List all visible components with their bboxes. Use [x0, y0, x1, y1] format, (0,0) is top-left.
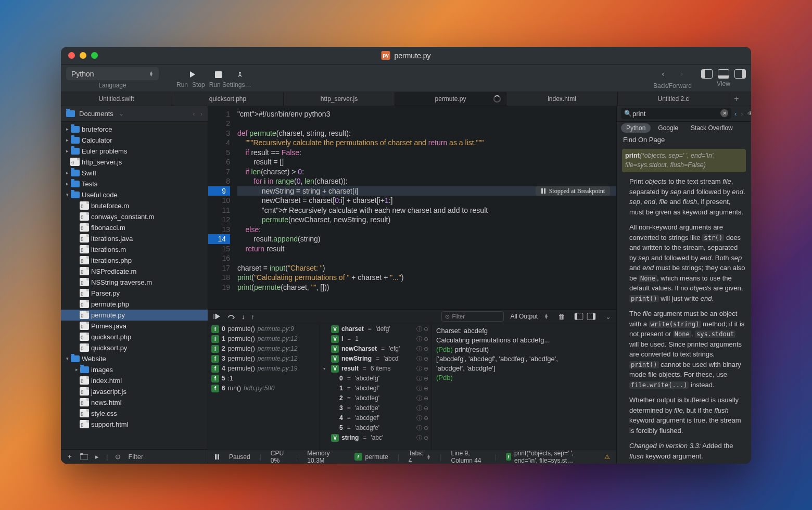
code-area[interactable]: "cmt">#!/usr/bin/env python3def permute(… [234, 106, 616, 309]
variable-row[interactable]: 5='abcdgfe'ⓘ ⊖ [320, 423, 432, 433]
folder-forward[interactable]: › [200, 110, 202, 118]
variable-row[interactable]: ▾Vresult=6 itemsⓘ ⊖ [320, 364, 432, 374]
doc-search-input[interactable] [621, 108, 731, 119]
variable-row[interactable]: VnewCharset='efg'ⓘ ⊖ [320, 344, 432, 354]
run-button[interactable] [185, 68, 200, 81]
variable-row[interactable]: 3='abcdfge'ⓘ ⊖ [320, 403, 432, 413]
clear-search-button[interactable]: ✕ [720, 109, 728, 117]
continue-button[interactable] [213, 313, 221, 320]
variable-row[interactable]: Vi=1ⓘ ⊖ [320, 334, 432, 344]
file-Parser-py[interactable]: Parser.py [61, 288, 208, 299]
doc-scope-python[interactable]: Python [621, 123, 651, 133]
step-out-button[interactable]: ↑ [251, 313, 255, 321]
file-permute-php[interactable]: permute.php [61, 299, 208, 310]
variable-row[interactable]: Vcharset='defg'ⓘ ⊖ [320, 324, 432, 334]
file-conways_constant-m[interactable]: conways_constant.m [61, 211, 208, 222]
file-permute-py[interactable]: permute.py [61, 310, 208, 321]
output-mode-selector[interactable]: All Output [510, 313, 538, 320]
tab-index-html[interactable]: index.html [506, 92, 618, 106]
new-tab-button[interactable]: + [729, 92, 744, 106]
stack-frame[interactable]: f2 permute() permute.py:12 [208, 344, 320, 354]
file-index-html[interactable]: index.html [61, 375, 208, 386]
action-button[interactable]: ▸ [95, 453, 99, 461]
doc-scope-google[interactable]: Google [653, 123, 683, 133]
folder-Swift[interactable]: ▸Swift [61, 168, 208, 178]
new-folder-button[interactable] [80, 453, 88, 460]
file-http_server-js[interactable]: http_server.js [61, 157, 208, 168]
stack-frame[interactable]: f1 permute() permute.py:12 [208, 334, 320, 344]
file-fibonacci-m[interactable]: fibonacci.m [61, 222, 208, 233]
variables-panel[interactable]: Vcharset='defg'ⓘ ⊖Vi=1ⓘ ⊖VnewCharset='ef… [320, 324, 432, 450]
tab-Untitled-2-c[interactable]: Untitled 2.c [618, 92, 729, 106]
tab-http_server-js[interactable]: http_server.js [284, 92, 395, 106]
file-iterations-java[interactable]: iterations.java [61, 233, 208, 244]
folder-Useful-code[interactable]: ▾Useful code [61, 189, 208, 200]
folder-back[interactable]: ‹ [193, 110, 195, 118]
tab-settings[interactable]: Tabs: 4▲▼ [409, 450, 431, 464]
debug-console[interactable]: Charset: abcdefgCalculating permutations… [432, 324, 616, 450]
dbg-panel-left[interactable] [575, 313, 583, 320]
variable-row[interactable]: 1='abcdegf'ⓘ ⊖ [320, 384, 432, 393]
variable-row[interactable]: 2='abcdfeg'ⓘ ⊖ [320, 393, 432, 403]
forward-button[interactable]: › [674, 67, 690, 81]
doc-scope-stack-overflow[interactable]: Stack Overflow [686, 123, 738, 133]
dbg-panel-right[interactable] [587, 313, 596, 320]
folder-Website[interactable]: ▾Website [61, 353, 208, 364]
new-file-button[interactable]: ＋ [66, 452, 73, 461]
pause-icon[interactable] [214, 454, 220, 460]
clear-output-button[interactable]: 🗑 [558, 313, 565, 321]
file-browser-header[interactable]: Documents ⌵ ‹› [61, 106, 208, 122]
collapse-button[interactable]: ⌄ [605, 313, 611, 321]
line-gutter[interactable]: 12345678910111213141516171819 [208, 106, 234, 309]
step-over-button[interactable] [227, 313, 235, 320]
tab-permute-py[interactable]: permute.py [395, 92, 506, 106]
find-on-page[interactable]: Find On Page [617, 134, 751, 147]
file-Primes-java[interactable]: Primes.java [61, 321, 208, 332]
zoom-button[interactable] [91, 52, 98, 59]
file-bruteforce-m[interactable]: bruteforce.m [61, 200, 208, 211]
file-javascript-js[interactable]: javascript.js [61, 386, 208, 397]
file-style-css[interactable]: style.css [61, 408, 208, 419]
tab-quicksort-php[interactable]: quicksort.php [172, 92, 284, 106]
file-news-html[interactable]: news.html [61, 397, 208, 408]
stack-frame[interactable]: f4 permute() permute.py:19 [208, 364, 320, 374]
doc-eye-icon[interactable]: 👁 [747, 110, 751, 118]
minimize-button[interactable] [80, 52, 86, 59]
folder-images[interactable]: ▸images [61, 364, 208, 375]
filter-icon[interactable]: ⊙ [115, 453, 121, 461]
run-settings-button[interactable] [237, 68, 245, 81]
file-quicksort-py[interactable]: quicksort.py [61, 342, 208, 353]
folder-Euler-problems[interactable]: ▸Euler problems [61, 146, 208, 157]
toggle-left-panel[interactable] [701, 69, 713, 79]
stack-frame[interactable]: f0 permute() permute.py:9 [208, 324, 320, 334]
file-support-html[interactable]: support.html [61, 419, 208, 430]
variable-row[interactable]: 4='abcdgef'ⓘ ⊖ [320, 413, 432, 423]
file-NSString-traverse-m[interactable]: NSString traverse.m [61, 277, 208, 288]
file-iterations-m[interactable]: iterations.m [61, 244, 208, 255]
folder-Calculator[interactable]: ▸Calculator [61, 135, 208, 146]
toggle-right-panel[interactable] [734, 69, 746, 79]
close-button[interactable] [68, 52, 75, 59]
file-quicksort-php[interactable]: quicksort.php [61, 332, 208, 342]
language-selector[interactable]: Python▲▼ [66, 67, 159, 80]
stack-frame[interactable]: f3 permute() permute.py:12 [208, 354, 320, 364]
stack-frame[interactable]: f6 run() bdb.py:580 [208, 384, 320, 393]
step-into-button[interactable]: ↓ [242, 313, 245, 321]
filter-label[interactable]: Filter [128, 453, 143, 461]
call-stack[interactable]: f0 permute() permute.py:9f1 permute() pe… [208, 324, 320, 450]
folder-Tests[interactable]: ▸Tests [61, 178, 208, 189]
tab-Untitled-swift[interactable]: Untitled.swift [61, 92, 172, 106]
current-symbol[interactable]: fpermute [354, 453, 388, 461]
stop-button[interactable] [211, 68, 226, 81]
doc-back-button[interactable]: ‹ [734, 110, 737, 118]
folder-bruteforce[interactable]: ▸bruteforce [61, 124, 208, 135]
warning-icon[interactable]: ⚠ [604, 453, 610, 461]
doc-summary[interactable]: fprint(*objects, sep=' ', end='\n', file… [506, 450, 595, 464]
stack-frame[interactable]: f5 :1 [208, 374, 320, 384]
back-button[interactable]: ‹ [655, 67, 671, 81]
variable-row[interactable]: 0='abcdefg'ⓘ ⊖ [320, 374, 432, 384]
output-filter-input[interactable]: ⊙Filter [441, 311, 504, 322]
doc-forward-button[interactable]: › [741, 110, 743, 118]
variable-row[interactable]: Vstring='abc'ⓘ ⊖ [320, 433, 432, 443]
toggle-bottom-panel[interactable] [718, 69, 729, 79]
